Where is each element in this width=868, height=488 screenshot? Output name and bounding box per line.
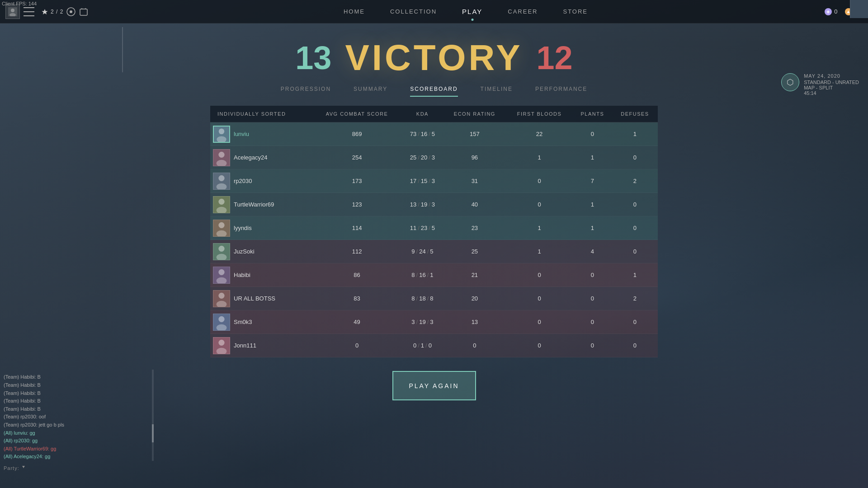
agent-portrait-icon[interactable] <box>5 5 20 19</box>
tab-timeline[interactable]: TIMELINE <box>481 86 513 97</box>
player-plants: 0 <box>573 310 612 334</box>
player-plants: 0 <box>573 334 612 357</box>
svg-point-20 <box>217 253 227 260</box>
star-icon <box>42 9 48 15</box>
table-row: Acelegacy24 254 25/20/3 96 1 1 0 <box>210 146 658 169</box>
player-name-cell: Sm0k3 <box>210 310 312 334</box>
nav-active-indicator <box>471 19 473 21</box>
player-fb: 1 <box>506 216 572 240</box>
player-fb: 0 <box>506 334 572 357</box>
hamburger-menu-icon[interactable] <box>24 7 34 16</box>
table-row: Jonn111 0 0/1/0 0 0 0 0 <box>210 334 658 357</box>
player-avatar <box>213 196 230 213</box>
settings-icon[interactable] <box>66 7 76 17</box>
col-header-econ: ECON RATING <box>443 106 506 122</box>
player-acs: 173 <box>312 169 402 193</box>
player-econ: 96 <box>443 146 506 169</box>
vp-currency: ◈ 0 <box>825 8 837 15</box>
svg-point-27 <box>218 339 224 345</box>
player-defuses: 2 <box>612 287 658 310</box>
player-name-label: Sm0k3 <box>234 319 252 325</box>
svg-point-14 <box>217 183 227 189</box>
player-name-label: lunviu <box>234 131 249 137</box>
player-avatar <box>213 290 230 307</box>
player-defuses: 0 <box>612 146 658 169</box>
table-row: lunviu 869 73/16/5 157 22 0 1 <box>210 122 658 146</box>
match-duration: 45:14 <box>804 90 859 96</box>
player-defuses: 1 <box>612 122 658 146</box>
player-econ: 21 <box>443 263 506 287</box>
team1-score: 13 <box>295 39 331 76</box>
player-defuses: 2 <box>612 169 658 193</box>
player-avatar <box>213 243 230 260</box>
player-plants: 1 <box>573 216 612 240</box>
player-plants: 1 <box>573 193 612 216</box>
tab-summary[interactable]: SUMMARY <box>354 86 387 97</box>
svg-point-18 <box>217 230 227 236</box>
player-fb: 22 <box>506 122 572 146</box>
match-result-text: VICTORY <box>345 37 523 79</box>
player-avatar <box>213 314 230 331</box>
player-defuses: 0 <box>612 310 658 334</box>
player-kda: 9/24/5 <box>401 240 443 263</box>
svg-point-11 <box>218 151 224 157</box>
player-kda: 25/20/3 <box>401 146 443 169</box>
player-acs: 49 <box>312 310 402 334</box>
player-defuses: 0 <box>612 334 658 357</box>
svg-point-1 <box>11 9 14 12</box>
player-name-cell: lunviu <box>210 122 312 146</box>
match-badge-icon: ⬡ <box>781 73 799 91</box>
player-acs: 869 <box>312 122 402 146</box>
svg-point-21 <box>218 269 224 275</box>
nav-career[interactable]: CAREER <box>495 0 550 23</box>
scoreboard-tabs: PROGRESSION SUMMARY SCOREBOARD TIMELINE … <box>281 86 588 97</box>
table-row: rp2030 173 17/15/3 31 0 7 2 <box>210 169 658 193</box>
player-kda: 73/16/5 <box>401 122 443 146</box>
col-header-plants: PLANTS <box>573 106 612 122</box>
user-avatar[interactable] <box>850 0 868 18</box>
player-defuses: 0 <box>612 240 658 263</box>
col-header-acs: AVG COMBAT SCORE <box>312 106 402 122</box>
agents-icon[interactable] <box>79 7 89 17</box>
player-econ: 157 <box>443 122 506 146</box>
player-fb: 0 <box>506 263 572 287</box>
svg-point-26 <box>217 324 227 330</box>
player-kda: 8/18/8 <box>401 287 443 310</box>
col-header-fb: FIRST BLOODS <box>506 106 572 122</box>
player-name-label: Jonn111 <box>234 342 256 349</box>
svg-marker-3 <box>42 9 48 14</box>
play-again-container: PLAY AGAIN <box>392 371 476 400</box>
player-econ: 25 <box>443 240 506 263</box>
nav-collection[interactable]: COLLECTION <box>377 0 449 23</box>
match-result-header: 13 VICTORY 12 <box>295 37 572 79</box>
player-name-label: lyyndis <box>234 225 252 231</box>
table-row: Habibi 86 8/16/1 21 0 0 1 <box>210 263 658 287</box>
nav-store[interactable]: STORE <box>550 0 600 23</box>
party-count: 2 / 2 <box>51 9 63 15</box>
player-plants: 0 <box>573 122 612 146</box>
table-row: lyyndis 114 11/23/5 23 1 1 0 <box>210 216 658 240</box>
player-plants: 4 <box>573 240 612 263</box>
tab-progression[interactable]: PROGRESSION <box>281 86 331 97</box>
svg-point-28 <box>217 347 227 354</box>
player-name-label: Acelegacy24 <box>234 154 267 161</box>
player-kda: 3/19/3 <box>401 310 443 334</box>
fps-counter: Client FPS: 144 <box>2 1 37 6</box>
player-name-label: Habibi <box>234 272 250 278</box>
tab-performance[interactable]: PERFORMANCE <box>535 86 587 97</box>
player-name-cell: Jonn111 <box>210 334 312 357</box>
player-fb: 0 <box>506 310 572 334</box>
table-row: JuzSoki 112 9/24/5 25 1 4 0 <box>210 240 658 263</box>
tab-scoreboard[interactable]: SCOREBOARD <box>410 86 458 97</box>
player-plants: 0 <box>573 287 612 310</box>
nav-home[interactable]: HOME <box>331 0 377 23</box>
player-avatar <box>213 173 230 190</box>
player-econ: 31 <box>443 169 506 193</box>
nav-right: ◈ 0 ▲ 40 <box>778 8 868 15</box>
player-econ: 0 <box>443 334 506 357</box>
table-row: Sm0k3 49 3/19/3 13 0 0 0 <box>210 310 658 334</box>
play-again-button[interactable]: PLAY AGAIN <box>392 371 476 400</box>
match-details: MAY 24, 2020 STANDARD - UNRATED MAP - SP… <box>804 73 859 96</box>
player-name-label: TurtleWarrior69 <box>234 201 274 208</box>
nav-play[interactable]: PLAY <box>449 0 495 23</box>
